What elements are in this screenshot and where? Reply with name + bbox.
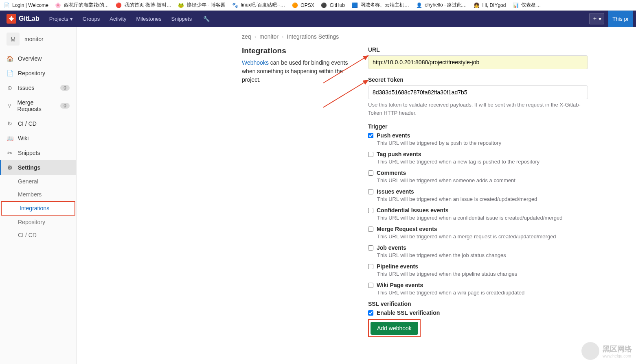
trigger-checkbox[interactable] [368,264,373,269]
page-title: Integrations [242,46,352,55]
sidebar-item[interactable]: ⑂Merge Requests0 [0,95,76,116]
sidebar-item[interactable]: 📖Wiki [0,131,76,146]
page-description: Webhooks can be used for binding events … [242,59,352,84]
sidebar-icon: ⊙ [7,85,13,91]
sidebar-label: Issues [18,85,34,91]
sidebar-label: Merge Requests [18,99,56,112]
sidebar-item[interactable]: ⚙Settings [0,160,76,175]
bookmark-item[interactable]: 🔴我的首页 微博-随时… [116,2,171,9]
trigger-checkbox[interactable] [368,227,373,232]
sidebar: M monitor 🏠Overview📄Repository⊙Issues0⑂M… [0,27,77,364]
bookmark-label: linux吧-百度贴吧--… [241,2,285,9]
trigger-label: Job events [377,244,406,251]
bookmark-label: 仪表盘… [521,2,541,9]
chevron-down-icon: ▾ [599,15,601,22]
trigger-label: Confidential Issues events [377,207,449,214]
bookmark-item[interactable]: 🟠OPSX [292,2,314,9]
bookmark-favicon: 🌸 [55,2,61,9]
webhooks-link[interactable]: Webhooks [242,59,269,66]
topnav-item[interactable]: Snippets [167,11,197,27]
sidebar-badge: 0 [60,103,70,109]
sidebar-project[interactable]: M monitor [0,27,76,51]
bookmark-label: Hi, DIYgod [482,2,506,8]
this-project-button[interactable]: This pr [608,11,633,27]
bookmark-favicon: 🟠 [292,2,298,9]
ssl-checkbox[interactable] [368,310,373,316]
trigger-desc: This URL will be triggered when an issue… [377,196,588,202]
bookmark-label: 西花厅的海棠花i的… [64,2,109,9]
trigger-checkbox[interactable] [368,152,373,157]
trigger-checkbox[interactable] [368,245,373,251]
url-input[interactable] [368,55,588,69]
bookmark-item[interactable]: 📊仪表盘… [512,2,541,9]
sidebar-sub-item[interactable]: CI / CD [0,229,76,242]
trigger-desc: This URL will be triggered when a new ta… [377,159,588,165]
trigger-checkbox[interactable] [368,170,373,176]
bookmark-item[interactable]: 🌸西花厅的海棠花i的… [55,2,109,9]
trigger-item: Push eventsThis URL will be triggered by… [368,132,588,146]
add-webhook-button[interactable]: Add webhook [371,322,418,335]
topnav-item[interactable]: Activity [105,11,131,27]
bookmark-favicon: 🟦 [351,2,358,9]
breadcrumb-project[interactable]: monitor [259,33,279,40]
sidebar-badge: 0 [60,85,70,91]
breadcrumb-group[interactable]: zeq [242,33,251,40]
submit-highlight-box: Add webhook [368,319,421,337]
ssl-check-label: Enable SSL verification [377,310,440,316]
sidebar-item[interactable]: ✂Snippets [0,146,76,160]
trigger-checkbox[interactable] [368,133,373,138]
breadcrumb-page[interactable]: Integrations Settings [287,33,339,40]
sidebar-icon: 📖 [7,135,13,142]
bookmark-item[interactable]: 🐸惨绿少年 - 博客园 [178,2,226,9]
bookmark-item[interactable]: 🐾linux吧-百度贴吧--… [232,2,285,9]
sidebar-icon: ↻ [7,120,13,127]
trigger-item: Wiki Page eventsThis URL will be trigger… [368,282,588,296]
sidebar-label: Repository [18,70,45,76]
bookmark-item[interactable]: 🟦网域名称、云端主机… [351,2,409,9]
bookmark-item[interactable]: 📄Login | Welcome [3,2,48,9]
bookmark-favicon: 🐾 [232,2,239,9]
trigger-desc: This URL will be triggered when someone … [377,177,588,183]
sidebar-item[interactable]: ↻CI / CD [0,116,76,131]
sidebar-item[interactable]: 🏠Overview [0,51,76,66]
bookmark-label: OPSX [300,2,314,8]
trigger-label: Trigger [368,123,588,130]
token-label: Secret Token [368,76,588,83]
trigger-label: Pipeline events [377,263,418,270]
trigger-checkbox[interactable] [368,283,373,288]
sidebar-item[interactable]: ⊙Issues0 [0,81,76,95]
admin-wrench[interactable]: 🔧 [198,11,215,27]
sidebar-sub-item[interactable]: Members [0,188,76,201]
bookmark-item[interactable]: ⚫GitHub [321,2,345,9]
topnav-item[interactable]: Groups [78,11,105,27]
project-name: monitor [24,36,44,42]
bookmark-label: GitHub [330,2,345,8]
gitlab-icon [7,14,16,24]
trigger-checkbox[interactable] [368,189,373,194]
bookmark-label: Login | Welcome [12,2,48,8]
sidebar-sub-item[interactable]: General [0,175,76,188]
topnav-item[interactable]: Projects ▾ [44,11,78,27]
trigger-label: Push events [377,132,410,139]
new-dropdown[interactable]: ＋▾ [589,13,604,24]
trigger-checkbox[interactable] [368,208,373,213]
watermark-logo [581,342,599,360]
sidebar-label: Wiki [18,135,29,142]
plus-icon: ＋ [592,15,598,22]
gitlab-logo[interactable]: GitLab [3,14,43,24]
bookmark-item[interactable]: 👧Hi, DIYgod [473,2,506,9]
sidebar-icon: 📄 [7,70,13,76]
sidebar-sub-item[interactable]: Integrations [1,201,75,216]
topnav-item[interactable]: Milestones [131,11,166,27]
token-input[interactable] [368,85,588,99]
sidebar-sub-item[interactable]: Repository [0,216,76,229]
sidebar-item[interactable]: 📄Repository [0,66,76,81]
sidebar-label: CI / CD [18,120,37,127]
trigger-item: Confidential Issues eventsThis URL will … [368,207,588,221]
bookmark-item[interactable]: 👤ohyhello - 路过此… [416,2,467,9]
chevron-down-icon: ▾ [70,16,73,22]
trigger-desc: This URL will be triggered when a wiki p… [377,290,588,296]
ssl-label: SSL verification [368,301,588,307]
breadcrumb: zeq› monitor› Integrations Settings [242,27,629,46]
trigger-label: Wiki Page events [377,282,423,288]
